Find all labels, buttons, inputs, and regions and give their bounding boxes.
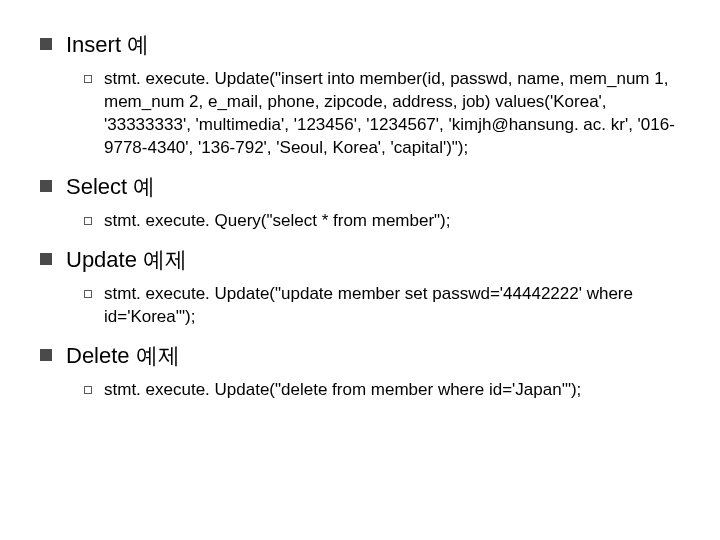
section-title: Update 예제: [66, 245, 187, 275]
code-text: stmt. execute. Update("delete from membe…: [104, 379, 581, 402]
square-bullet-icon: [40, 180, 52, 192]
square-outline-bullet-icon: [84, 217, 92, 225]
list-item: stmt. execute. Update("insert into membe…: [40, 68, 680, 160]
list-item: stmt. execute. Update("delete from membe…: [40, 379, 680, 402]
section-title: Select 예: [66, 172, 155, 202]
square-outline-bullet-icon: [84, 386, 92, 394]
square-bullet-icon: [40, 38, 52, 50]
section-insert: Insert 예 stmt. execute. Update("insert i…: [40, 30, 680, 160]
square-outline-bullet-icon: [84, 75, 92, 83]
section-delete: Delete 예제 stmt. execute. Update("delete …: [40, 341, 680, 402]
square-outline-bullet-icon: [84, 290, 92, 298]
section-header: Update 예제: [40, 245, 680, 275]
list-item: stmt. execute. Update("update member set…: [40, 283, 680, 329]
code-text: stmt. execute. Update("update member set…: [104, 283, 680, 329]
section-update: Update 예제 stmt. execute. Update("update …: [40, 245, 680, 329]
section-title: Insert 예: [66, 30, 149, 60]
section-header: Select 예: [40, 172, 680, 202]
section-select: Select 예 stmt. execute. Query("select * …: [40, 172, 680, 233]
section-header: Insert 예: [40, 30, 680, 60]
section-header: Delete 예제: [40, 341, 680, 371]
square-bullet-icon: [40, 253, 52, 265]
code-text: stmt. execute. Query("select * from memb…: [104, 210, 451, 233]
code-text: stmt. execute. Update("insert into membe…: [104, 68, 680, 160]
square-bullet-icon: [40, 349, 52, 361]
list-item: stmt. execute. Query("select * from memb…: [40, 210, 680, 233]
section-title: Delete 예제: [66, 341, 180, 371]
